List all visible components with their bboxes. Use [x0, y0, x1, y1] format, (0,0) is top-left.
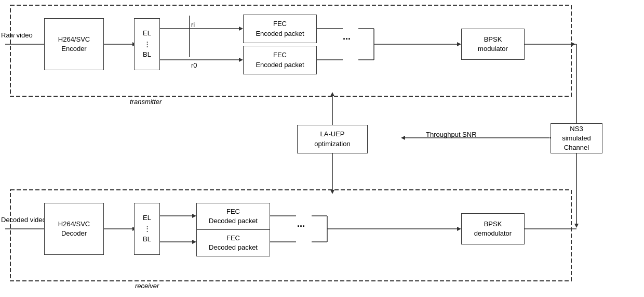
- tx-dots: ···: [343, 34, 351, 45]
- r0-label: r0: [191, 61, 197, 69]
- decoder-block: H264/SVC Decoder: [44, 203, 104, 255]
- fec-dec-bot-block: FEC Decoded packet: [196, 229, 270, 256]
- svg-marker-32: [330, 92, 334, 96]
- fec-enc-top-block: FEC Encoded packet: [243, 15, 317, 43]
- raw-video-label: Raw video: [1, 31, 33, 39]
- svg-marker-22: [571, 42, 575, 46]
- ri-label: ri: [191, 21, 195, 29]
- fec-dec-top-block: FEC Decoded packet: [196, 203, 270, 230]
- svg-marker-50: [457, 227, 461, 231]
- encoder-block: H264/SVC Encoder: [44, 18, 104, 70]
- bpsk-demod-block: BPSK demodulator: [461, 213, 525, 244]
- svg-marker-27: [574, 224, 579, 228]
- svg-marker-34: [330, 190, 334, 194]
- la-uep-block: LA-UEP optimization: [297, 125, 368, 153]
- svg-marker-30: [401, 136, 405, 140]
- receiver-label: receiver: [135, 282, 159, 290]
- svg-marker-42: [192, 240, 196, 244]
- svg-marker-40: [192, 214, 196, 218]
- svg-marker-9: [239, 27, 243, 31]
- tx-layer-block: EL ⋮ BL: [134, 18, 160, 70]
- svg-marker-20: [457, 42, 461, 46]
- bpsk-mod-block: BPSK modulator: [461, 29, 525, 60]
- rx-dots: ···: [297, 221, 305, 232]
- throughput-snr-label: Throughput SNR: [426, 130, 477, 139]
- diagram: Raw video Decoded video transmitter rece…: [0, 0, 644, 297]
- transmitter-label: transmitter: [130, 98, 162, 106]
- decoded-video-label: Decoded video: [1, 216, 46, 224]
- rx-layer-block: EL ⋮ BL: [134, 203, 160, 255]
- fec-enc-bot-block: FEC Encoded packet: [243, 46, 317, 74]
- svg-marker-12: [239, 58, 243, 62]
- ns3-channel-block: NS3 simulated Channel: [551, 123, 602, 153]
